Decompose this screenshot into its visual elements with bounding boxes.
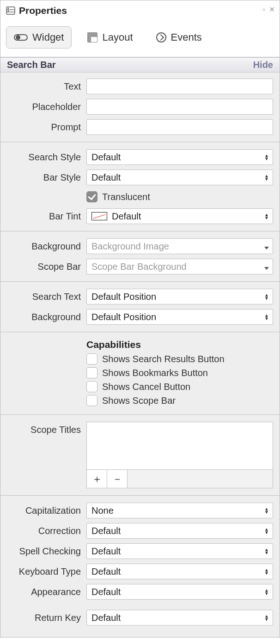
translucent-checkbox[interactable] <box>86 191 97 202</box>
label-appearance: Appearance <box>7 584 86 600</box>
scope-titles-list[interactable] <box>86 422 273 470</box>
scope-bar-image-combo[interactable]: Scope Bar Background <box>86 259 273 274</box>
label-bar-style: Bar Style <box>7 170 86 185</box>
chevron-updown-icon <box>264 614 269 621</box>
checkbox-label: Shows Bookmarks Button <box>102 368 208 378</box>
chevron-updown-icon <box>264 528 269 534</box>
chevron-down-icon <box>264 261 269 272</box>
select-value: Default Position <box>91 312 156 322</box>
checkbox-label: Shows Scope Bar <box>102 395 176 406</box>
chevron-updown-icon <box>264 568 269 575</box>
label-text: Text <box>7 79 86 94</box>
select-value: Default <box>91 587 121 597</box>
checkbox-label: Shows Cancel Button <box>102 382 190 392</box>
background-pos-select[interactable]: Default Position <box>86 309 273 325</box>
combo-placeholder: Background Image <box>91 241 169 252</box>
minimize-icon[interactable]: ▫ <box>262 6 265 13</box>
widget-icon <box>14 34 28 41</box>
select-value: Default <box>91 566 121 577</box>
bar-style-select[interactable]: Default <box>86 170 273 185</box>
label-background-pos: Background <box>7 309 86 325</box>
chevron-down-icon <box>264 241 269 252</box>
select-value: None <box>91 505 114 516</box>
chevron-updown-icon <box>264 213 269 219</box>
spell-checking-select[interactable]: Default <box>86 543 273 559</box>
label-search-style: Search Style <box>7 149 86 165</box>
properties-panel: Properties ▫ ✕ Widget Layout Events Sear… <box>0 0 280 638</box>
layout-icon <box>87 32 97 43</box>
chevron-updown-icon <box>264 154 269 160</box>
panel-titlebar: Properties ▫ ✕ <box>0 0 280 20</box>
no-color-swatch-icon <box>91 212 107 220</box>
tab-label: Events <box>171 31 202 43</box>
hide-button[interactable]: Hide <box>253 60 273 70</box>
text-input[interactable] <box>86 79 273 94</box>
chevron-updown-icon <box>264 548 269 554</box>
tabs: Widget Layout Events <box>0 20 280 57</box>
properties-icon <box>6 6 15 15</box>
shows-search-results-checkbox[interactable] <box>86 353 97 365</box>
chevron-updown-icon <box>264 314 269 320</box>
label-scope-bar-image: Scope Bar <box>7 259 86 274</box>
label-spell: Spell Checking <box>7 543 86 559</box>
select-value: Default <box>91 613 121 623</box>
label-return-key: Return Key <box>7 610 86 626</box>
panel-title: Properties <box>19 5 67 16</box>
capabilities-heading: Capabilities <box>86 339 273 352</box>
tab-label: Widget <box>32 31 64 43</box>
select-value: Default <box>112 211 141 222</box>
search-style-select[interactable]: Default <box>86 149 273 165</box>
search-text-pos-select[interactable]: Default Position <box>86 289 273 304</box>
prompt-input[interactable] <box>86 119 273 135</box>
label-background-image: Background <box>7 238 86 254</box>
select-value: Default <box>91 152 121 163</box>
shows-bookmarks-checkbox[interactable] <box>86 367 97 378</box>
chevron-updown-icon <box>264 174 269 181</box>
select-value: Default <box>91 526 121 536</box>
capitalization-select[interactable]: None <box>86 503 273 518</box>
shows-cancel-checkbox[interactable] <box>86 381 97 392</box>
label-scope-titles: Scope Titles <box>7 422 86 437</box>
chevron-updown-icon <box>264 293 269 300</box>
label-bar-tint: Bar Tint <box>7 208 86 224</box>
label-keyboard: Keyboard Type <box>7 564 86 579</box>
select-value: Default <box>91 172 121 183</box>
label-capitalization: Capitalization <box>7 503 86 518</box>
svg-rect-2 <box>8 8 9 9</box>
return-key-select[interactable]: Default <box>86 610 273 626</box>
section-name: Search Bar <box>7 60 56 70</box>
bar-tint-select[interactable]: Default <box>86 208 273 224</box>
select-value: Default <box>91 546 121 557</box>
select-value: Default Position <box>91 292 156 302</box>
events-icon <box>156 32 166 43</box>
scope-toolbar-spacer <box>128 470 273 488</box>
appearance-select[interactable]: Default <box>86 584 273 600</box>
label-search-text-pos: Search Text <box>7 289 86 304</box>
label-placeholder: Placeholder <box>7 99 86 115</box>
section-header: Search Bar Hide <box>0 57 280 73</box>
chevron-updown-icon <box>264 507 269 514</box>
combo-placeholder: Scope Bar Background <box>91 261 187 272</box>
close-icon[interactable]: ✕ <box>269 6 275 13</box>
tab-events[interactable]: Events <box>149 27 209 48</box>
label-correction: Correction <box>7 523 86 539</box>
svg-rect-4 <box>8 11 9 12</box>
remove-scope-button[interactable]: － <box>107 470 128 488</box>
shows-scope-bar-checkbox[interactable] <box>86 395 97 406</box>
label-prompt: Prompt <box>7 119 86 135</box>
placeholder-input[interactable] <box>86 99 273 115</box>
checkbox-label: Shows Search Results Button <box>102 354 225 365</box>
background-image-combo[interactable]: Background Image <box>86 238 273 254</box>
translucent-label: Translucent <box>102 192 150 202</box>
tab-layout[interactable]: Layout <box>80 27 140 48</box>
correction-select[interactable]: Default <box>86 523 273 539</box>
keyboard-type-select[interactable]: Default <box>86 564 273 579</box>
tab-label: Layout <box>102 31 133 43</box>
add-scope-button[interactable]: ＋ <box>87 470 107 488</box>
tab-widget[interactable]: Widget <box>6 26 72 49</box>
chevron-updown-icon <box>264 589 269 595</box>
